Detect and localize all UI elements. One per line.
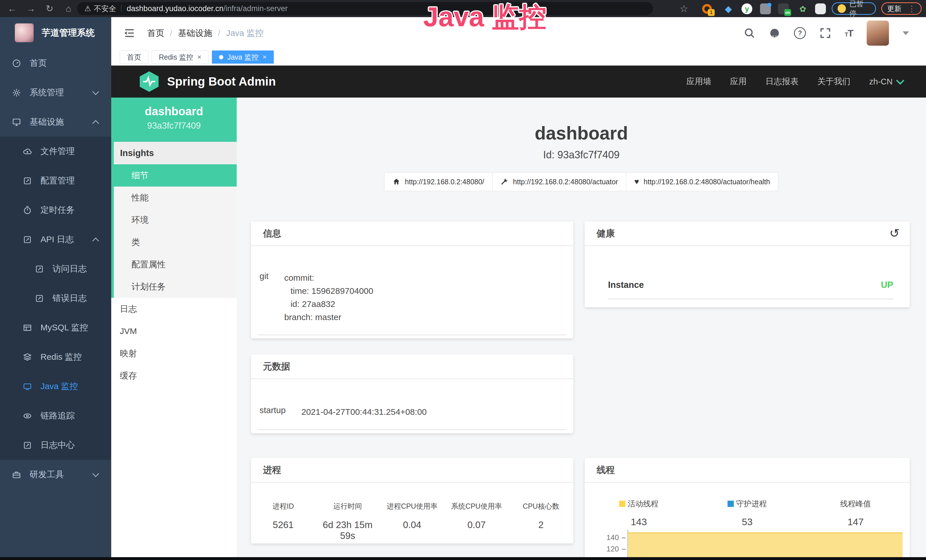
log-icon bbox=[35, 265, 44, 274]
menu-item-jvm[interactable]: JVM bbox=[111, 320, 237, 342]
briefcase-icon bbox=[12, 470, 21, 479]
endpoint-buttons: http://192.168.0.2:48080/ http://192.168… bbox=[237, 172, 926, 191]
service-url-button[interactable]: http://192.168.0.2:48080/ bbox=[384, 172, 493, 191]
app-sidebar: 芋道管理系统 首页 系统管理 基础设施 文件管理 配置管理 定时任务 bbox=[0, 17, 111, 560]
health-card-header: 健康 ↺ bbox=[585, 221, 910, 246]
insights-section-title: Insights bbox=[114, 142, 237, 164]
app-logo-row[interactable]: 芋道管理系统 bbox=[0, 17, 111, 48]
home-icon bbox=[392, 178, 400, 186]
sidebar-item-file-manage[interactable]: 文件管理 bbox=[0, 137, 111, 166]
sidebar-item-scheduled-jobs[interactable]: 定时任务 bbox=[0, 195, 111, 225]
actuator-url-button[interactable]: http://192.168.0.2:48080/actuator bbox=[492, 172, 626, 191]
layers-icon bbox=[23, 353, 32, 362]
breadcrumb-infra[interactable]: 基础设施 bbox=[178, 27, 212, 39]
sidebar-item-access-log[interactable]: 访问日志 bbox=[0, 254, 111, 283]
extension-gem-icon[interactable]: ◆ bbox=[723, 3, 734, 14]
metadata-card: 元数据 startup 2021-04-27T00:44:31.254+08:0… bbox=[251, 354, 573, 433]
sidebar-item-java-monitor[interactable]: Java 监控 bbox=[0, 372, 111, 401]
github-icon[interactable] bbox=[769, 27, 780, 39]
sba-link-applications[interactable]: 应用 bbox=[730, 76, 747, 87]
paused-extension-pill[interactable]: 已暂停 bbox=[832, 2, 876, 15]
menu-item-metrics[interactable]: 性能 bbox=[114, 186, 237, 209]
sidebar-item-mysql-monitor[interactable]: MySQL 监控 bbox=[0, 313, 111, 342]
menu-item-classes[interactable]: 类 bbox=[114, 231, 237, 253]
sba-brand-title: Spring Boot Admin bbox=[167, 75, 276, 88]
menu-item-scheduled-tasks[interactable]: 计划任务 bbox=[114, 275, 237, 298]
history-icon[interactable]: ↺ bbox=[890, 221, 899, 245]
health-instance-row: Instance UP bbox=[585, 280, 910, 290]
cloud-upload-icon bbox=[23, 147, 32, 156]
browser-home-button[interactable]: ⌂ bbox=[61, 0, 76, 17]
security-label: 不安全 bbox=[94, 4, 116, 14]
extension-badge-count: 1 bbox=[708, 9, 715, 16]
sidebar-item-redis-monitor[interactable]: Redis 监控 bbox=[0, 342, 111, 372]
browser-forward-button[interactable]: → bbox=[23, 0, 39, 17]
extension-list-icon[interactable]: on bbox=[778, 3, 789, 14]
tab-java-monitor[interactable]: Java 监控 × bbox=[212, 50, 274, 64]
insights-section: Insights 细节 性能 环境 类 配置属性 计划任务 bbox=[111, 142, 237, 298]
process-card-title: 进程 bbox=[251, 458, 573, 483]
menu-item-mappings[interactable]: 映射 bbox=[111, 342, 237, 365]
log-icon bbox=[35, 294, 44, 303]
info-card-title: 信息 bbox=[251, 221, 573, 246]
tab-close-icon[interactable]: × bbox=[197, 53, 201, 61]
sidebar-item-dev-tools[interactable]: 研发工具 bbox=[0, 460, 111, 489]
menu-item-caches[interactable]: 缓存 bbox=[111, 365, 237, 387]
sba-language-select[interactable]: zh-CN bbox=[869, 77, 903, 86]
breadcrumb-home[interactable]: 首页 bbox=[147, 27, 164, 39]
extension-grid-icon[interactable] bbox=[760, 3, 771, 14]
fullscreen-icon[interactable] bbox=[820, 27, 831, 39]
sidebar-collapse-icon[interactable] bbox=[123, 27, 136, 39]
breadcrumb-separator: / bbox=[218, 28, 220, 38]
update-browser-button[interactable]: 更新 ⋮ bbox=[881, 2, 922, 15]
sba-navbar: Spring Boot Admin 应用墙 应用 日志报表 关于我们 zh-CN bbox=[111, 66, 926, 98]
sba-brand[interactable]: Spring Boot Admin bbox=[139, 70, 276, 93]
sidebar-item-tracing[interactable]: 链路追踪 bbox=[0, 401, 111, 430]
health-card-title: 健康 bbox=[597, 228, 615, 239]
puzzle-extensions-icon[interactable] bbox=[815, 3, 826, 14]
tab-home[interactable]: 首页 bbox=[120, 50, 148, 64]
info-git-row: git commit: time: 1596289704000 id: 27aa… bbox=[251, 246, 573, 324]
browser-address-bar[interactable]: ⚠ 不安全 dashboard.yudao.iocoder.cn /infra/… bbox=[77, 2, 653, 15]
threads-card: 线程 活动线程 守护进程 线程峰值 143 53 147 140 bbox=[585, 458, 910, 560]
sidebar-item-infra[interactable]: 基础设施 bbox=[0, 107, 111, 137]
search-icon[interactable] bbox=[744, 27, 755, 39]
sidebar-item-error-log[interactable]: 错误日志 bbox=[0, 283, 111, 313]
chevron-down-icon bbox=[92, 88, 99, 95]
sidebar-item-api-log[interactable]: API 日志 bbox=[0, 225, 111, 254]
menu-item-logs[interactable]: 日志 bbox=[111, 298, 237, 320]
sba-link-wallboard[interactable]: 应用墙 bbox=[687, 76, 711, 87]
health-url: http://192.168.0.2:48080/actuator/health bbox=[644, 178, 770, 186]
sidebar-item-log-center[interactable]: 日志中心 bbox=[0, 430, 111, 460]
extension-leaf-icon[interactable]: ✿ bbox=[797, 3, 808, 14]
health-instance-label: Instance bbox=[608, 280, 644, 290]
user-avatar[interactable] bbox=[867, 21, 889, 45]
tab-close-icon[interactable]: × bbox=[263, 53, 267, 61]
extension-orange-icon[interactable]: 1 bbox=[702, 3, 713, 14]
live-threads-value: 143 bbox=[585, 516, 693, 527]
sidebar-item-config-manage[interactable]: 配置管理 bbox=[0, 166, 111, 195]
sba-link-about[interactable]: 关于我们 bbox=[817, 76, 850, 87]
instance-header[interactable]: dashboard 93a3fc7f7409 bbox=[111, 98, 237, 142]
help-icon[interactable]: ? bbox=[794, 27, 806, 39]
process-col-header: 系统CPU使用率 bbox=[444, 501, 509, 511]
bookmark-star-icon[interactable]: ☆ bbox=[676, 0, 692, 17]
menu-item-config-props[interactable]: 配置属性 bbox=[114, 253, 237, 275]
font-size-icon[interactable]: TT bbox=[845, 28, 853, 39]
extension-y-icon[interactable]: y bbox=[741, 3, 752, 14]
sba-link-journal[interactable]: 日志报表 bbox=[766, 76, 799, 87]
process-col-header: CPU核心数 bbox=[509, 501, 573, 511]
sidebar-item-system[interactable]: 系统管理 bbox=[0, 78, 111, 107]
menu-item-environment[interactable]: 环境 bbox=[114, 209, 237, 231]
browser-menu-icon[interactable]: ⋮ bbox=[908, 4, 916, 14]
edit-icon bbox=[23, 176, 32, 185]
browser-back-button[interactable]: ← bbox=[4, 0, 20, 17]
page-instance-id: Id: 93a3fc7f7409 bbox=[237, 149, 926, 161]
user-caret-icon[interactable] bbox=[903, 31, 909, 35]
legend-live-threads: 活动线程 bbox=[585, 499, 693, 509]
tab-redis-monitor[interactable]: Redis 监控 × bbox=[152, 50, 209, 64]
browser-reload-button[interactable]: ↻ bbox=[42, 0, 57, 17]
sidebar-item-home[interactable]: 首页 bbox=[0, 48, 111, 78]
menu-item-details[interactable]: 细节 bbox=[114, 164, 237, 186]
health-url-button[interactable]: ♥ http://192.168.0.2:48080/actuator/heal… bbox=[626, 172, 778, 191]
